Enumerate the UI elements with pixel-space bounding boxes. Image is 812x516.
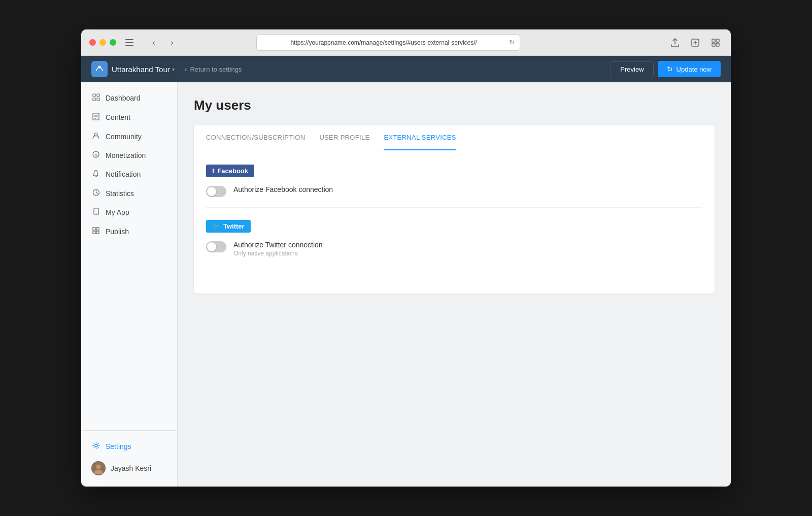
- close-button[interactable]: [89, 39, 96, 46]
- twitter-sub-label: Only native applications: [233, 250, 323, 257]
- community-icon: [91, 132, 100, 141]
- sidebar-item-statistics[interactable]: Statistics: [81, 184, 177, 203]
- publish-icon: [91, 227, 100, 236]
- url-bar[interactable]: https://yourappname.com/manage/settings/…: [256, 35, 520, 51]
- grid-button[interactable]: [708, 36, 723, 50]
- svg-rect-4: [712, 39, 715, 42]
- sidebar-item-dashboard-label: Dashboard: [106, 94, 141, 102]
- svg-rect-10: [97, 94, 99, 96]
- sidebar-item-publish-label: Publish: [106, 228, 129, 236]
- tab-user-profile[interactable]: USER PROFILE: [319, 125, 369, 150]
- svg-rect-9: [93, 94, 95, 96]
- back-button[interactable]: ‹: [147, 36, 161, 50]
- svg-rect-11: [93, 98, 95, 101]
- app-logo: Uttarakhand Tour ▾: [91, 61, 175, 77]
- svg-point-29: [96, 465, 101, 469]
- share-button[interactable]: [668, 36, 682, 50]
- content-icon: [91, 113, 100, 122]
- users-settings-card: CONNECTION/SUBSCRIPTION USER PROFILE EXT…: [194, 125, 715, 294]
- svg-text:$: $: [95, 153, 97, 157]
- browser-controls: ‹ ›: [147, 36, 179, 50]
- header-actions: Preview ↻ Update now: [611, 61, 721, 77]
- dashboard-icon: [91, 93, 100, 103]
- sidebar-item-myapp-label: My App: [106, 208, 129, 216]
- facebook-toggle[interactable]: [206, 186, 226, 197]
- facebook-info: Authorize Facebook connection: [233, 185, 333, 194]
- twitter-toggle-slider: [206, 241, 226, 252]
- svg-rect-6: [712, 43, 715, 46]
- twitter-section: 🐦 Twitter Authorize Twitter connection: [206, 220, 702, 267]
- svg-point-27: [95, 444, 97, 447]
- app-header: Uttarakhand Tour ▾ ‹ Return to settings …: [81, 56, 731, 82]
- facebook-authorize-label: Authorize Facebook connection: [233, 185, 333, 194]
- statistics-icon: [91, 189, 100, 198]
- sidebar-item-notification[interactable]: Notification: [81, 165, 177, 184]
- sidebar-footer: Settings Jayash Kesri: [81, 430, 177, 487]
- preview-button[interactable]: Preview: [611, 61, 653, 77]
- settings-label: Settings: [106, 442, 131, 450]
- traffic-lights: [89, 39, 116, 46]
- tab-connection-subscription[interactable]: CONNECTION/SUBSCRIPTION: [206, 125, 305, 150]
- page-title: My users: [194, 98, 715, 113]
- sidebar-item-monetization[interactable]: $ Monetization: [81, 146, 177, 165]
- sidebar-toggle-button[interactable]: [122, 36, 137, 50]
- settings-item[interactable]: Settings: [81, 437, 177, 456]
- facebook-icon: f: [212, 167, 214, 175]
- facebook-toggle-slider: [206, 186, 226, 197]
- svg-rect-12: [97, 98, 99, 101]
- svg-rect-26: [96, 231, 99, 234]
- sidebar-item-dashboard[interactable]: Dashboard: [81, 88, 177, 108]
- user-avatar: [91, 461, 106, 475]
- svg-rect-25: [93, 231, 95, 234]
- back-to-settings-link[interactable]: ‹ Return to settings: [185, 65, 242, 73]
- reload-icon[interactable]: ↻: [509, 39, 515, 46]
- tabs: CONNECTION/SUBSCRIPTION USER PROFILE EXT…: [194, 125, 715, 150]
- browser-window: ‹ › https://yourappname.com/manage/setti…: [81, 29, 731, 487]
- user-profile-item[interactable]: Jayash Kesri: [81, 456, 177, 480]
- browser-actions: [668, 36, 723, 50]
- sidebar-nav: Dashboard Content: [81, 82, 177, 430]
- twitter-authorize-row: Authorize Twitter connection Only native…: [206, 241, 702, 267]
- tab-content-external-services: f Facebook Authorize Facebook connection: [194, 150, 715, 294]
- sidebar-item-monetization-label: Monetization: [106, 151, 146, 159]
- facebook-section: f Facebook Authorize Facebook connection: [206, 165, 702, 208]
- sidebar-item-content-label: Content: [106, 113, 130, 121]
- myapp-icon: [91, 208, 100, 217]
- logo-icon: [91, 61, 108, 77]
- minimize-button[interactable]: [99, 39, 106, 46]
- user-name: Jayash Kesri: [111, 464, 151, 472]
- sidebar-item-publish[interactable]: Publish: [81, 222, 177, 241]
- svg-rect-7: [716, 43, 719, 46]
- svg-rect-2: [125, 45, 133, 46]
- sidebar-item-myapp[interactable]: My App: [81, 203, 177, 222]
- notification-icon: [91, 170, 100, 179]
- new-tab-button[interactable]: [688, 36, 702, 50]
- svg-point-8: [98, 66, 101, 69]
- svg-rect-5: [716, 39, 719, 42]
- maximize-button[interactable]: [110, 39, 116, 46]
- url-text: https://yourappname.com/manage/settings/…: [262, 39, 506, 46]
- twitter-info: Authorize Twitter connection Only native…: [233, 241, 323, 257]
- sidebar-item-statistics-label: Statistics: [106, 189, 134, 198]
- twitter-toggle[interactable]: [206, 241, 226, 252]
- twitter-badge: 🐦 Twitter: [206, 220, 251, 233]
- tab-external-services[interactable]: EXTERNAL SERVICES: [384, 125, 456, 150]
- twitter-icon: 🐦: [212, 222, 220, 230]
- browser-titlebar: ‹ › https://yourappname.com/manage/setti…: [81, 29, 731, 56]
- monetization-icon: $: [91, 151, 100, 159]
- svg-rect-1: [125, 42, 133, 43]
- chevron-down-icon: ▾: [172, 67, 175, 72]
- main-layout: Dashboard Content: [81, 82, 731, 487]
- sidebar-item-notification-label: Notification: [106, 170, 141, 178]
- update-now-button[interactable]: ↻ Update now: [658, 61, 721, 77]
- refresh-icon: ↻: [667, 65, 673, 73]
- svg-rect-24: [96, 228, 99, 230]
- app-name[interactable]: Uttarakhand Tour ▾: [112, 65, 175, 74]
- settings-icon: [91, 442, 100, 451]
- svg-rect-0: [125, 39, 133, 40]
- sidebar-item-content[interactable]: Content: [81, 108, 177, 127]
- twitter-authorize-label: Authorize Twitter connection: [233, 241, 323, 249]
- forward-button[interactable]: ›: [165, 36, 179, 50]
- sidebar-item-community[interactable]: Community: [81, 127, 177, 146]
- back-arrow-icon: ‹: [185, 65, 187, 73]
